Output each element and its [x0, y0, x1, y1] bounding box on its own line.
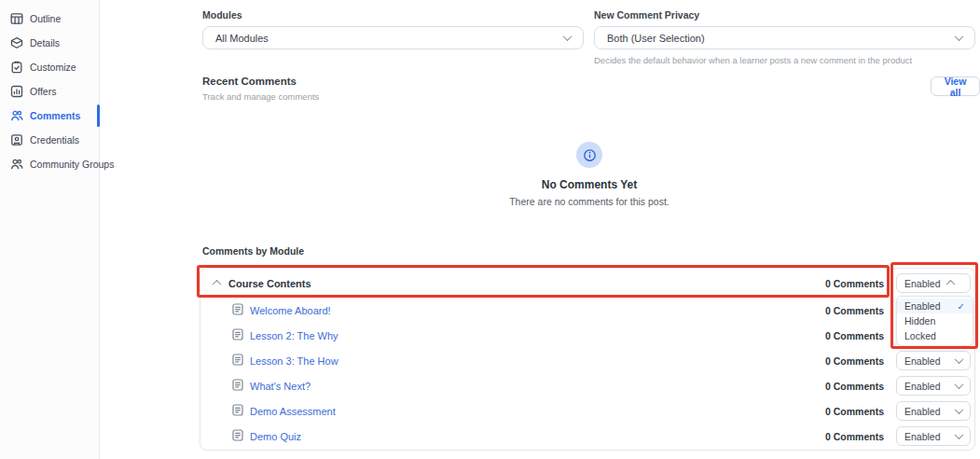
empty-state-subtitle: There are no comments for this post.: [202, 196, 976, 207]
lesson-status-select[interactable]: Enabled: [896, 376, 971, 396]
lesson-name: Welcome Aboard!: [250, 305, 331, 316]
privacy-label: New Comment Privacy: [594, 9, 975, 21]
document-icon: [232, 328, 243, 342]
comments-users-icon: [10, 109, 23, 122]
dropdown-option-label: Hidden: [904, 315, 935, 327]
lesson-name: Lesson 3: The How: [250, 355, 338, 367]
lesson-name: Demo Quiz: [250, 431, 301, 442]
lesson-link[interactable]: Lesson 3: The How: [232, 354, 338, 368]
dropdown-option-label: Locked: [904, 330, 936, 341]
lesson-row: Demo Assessment0 CommentsEnabled: [200, 398, 974, 424]
lesson-row: Demo Quiz0 CommentsEnabled: [200, 424, 974, 449]
modules-filter: Modules All Modules: [202, 9, 584, 49]
no-comments-empty-state: No Comments Yet There are no comments fo…: [202, 142, 976, 207]
lesson-name: Demo Assessment: [250, 406, 336, 417]
lesson-row: Welcome Aboard!0 CommentsEnabled: [200, 298, 974, 323]
lesson-status-select[interactable]: Enabled: [896, 401, 971, 421]
sidebar-item-label: Comments: [30, 110, 80, 121]
lesson-comment-count: 0 Comments: [825, 431, 884, 442]
sidebar-item-comments[interactable]: Comments: [0, 104, 99, 128]
community-users-icon: [10, 158, 23, 171]
lesson-status-select[interactable]: Enabled: [896, 426, 971, 446]
sidebar-item-customize[interactable]: Customize: [0, 55, 99, 79]
dropdown-option-locked[interactable]: Locked: [897, 328, 973, 343]
module-group-header-row[interactable]: Course Contents 0 Comments Enabled: [200, 269, 974, 298]
sidebar-item-credentials[interactable]: Credentials: [0, 128, 99, 152]
lesson-link[interactable]: Demo Assessment: [232, 404, 336, 418]
lesson-comment-count: 0 Comments: [825, 381, 884, 392]
empty-state-title: No Comments Yet: [202, 178, 976, 191]
collapse-chevron-up-icon[interactable]: [213, 280, 222, 289]
lesson-comment-count: 0 Comments: [825, 330, 884, 341]
lesson-link[interactable]: Lesson 2: The Why: [232, 328, 338, 342]
lesson-name: What's Next?: [250, 381, 311, 392]
modules-label: Modules: [202, 9, 584, 21]
module-group-name[interactable]: Course Contents: [228, 278, 311, 289]
chevron-down-icon: [955, 380, 964, 389]
recent-comments-title: Recent Comments: [202, 76, 319, 87]
view-all-button[interactable]: View all: [931, 76, 980, 96]
offers-chart-icon: [10, 85, 23, 98]
module-status-select-open[interactable]: Enabled: [896, 273, 971, 293]
document-icon: [232, 404, 243, 418]
sidebar-item-details[interactable]: Details: [0, 31, 99, 55]
sidebar-item-label: Outline: [30, 13, 61, 24]
sidebar-item-label: Offers: [30, 86, 56, 97]
details-box-icon: [10, 36, 23, 49]
module-comment-count: 0 Comments: [825, 278, 884, 289]
chevron-up-icon: [946, 280, 956, 289]
lesson-comment-count: 0 Comments: [825, 406, 884, 417]
lesson-link[interactable]: What's Next?: [232, 379, 311, 393]
privacy-select-value: Both (User Selection): [607, 33, 705, 44]
sidebar-item-label: Credentials: [30, 134, 79, 146]
comments-by-module-title: Comments by Module: [202, 245, 304, 257]
document-icon: [232, 429, 243, 443]
lesson-rows: Welcome Aboard!0 CommentsEnabledLesson 2…: [200, 298, 974, 449]
lesson-comment-count: 0 Comments: [825, 305, 884, 316]
sidebar-item-offers[interactable]: Offers: [0, 79, 99, 104]
document-icon: [232, 354, 243, 368]
lesson-link[interactable]: Demo Quiz: [232, 429, 301, 443]
document-icon: [232, 379, 243, 393]
modules-select[interactable]: All Modules: [202, 26, 584, 49]
sidebar-item-label: Details: [30, 37, 60, 49]
customize-clipboard-icon: [10, 61, 23, 74]
chevron-down-icon: [955, 405, 964, 414]
lesson-status-value: Enabled: [904, 406, 941, 417]
dropdown-option-hidden[interactable]: Hidden: [897, 313, 973, 328]
lesson-row: What's Next?0 CommentsEnabled: [200, 373, 974, 398]
document-icon: [232, 303, 243, 317]
dropdown-option-label: Enabled: [904, 300, 941, 312]
sidebar-item-label: Customize: [30, 62, 76, 73]
dropdown-option-enabled[interactable]: Enabled✓: [897, 299, 973, 313]
lesson-row: Lesson 3: The How0 CommentsEnabled: [200, 348, 974, 373]
lesson-status-value: Enabled: [904, 355, 941, 367]
privacy-select[interactable]: Both (User Selection): [594, 26, 975, 49]
recent-comments-subtitle: Track and manage comments: [202, 91, 319, 102]
lesson-link[interactable]: Welcome Aboard!: [232, 303, 331, 317]
info-icon: [576, 142, 602, 168]
status-dropdown-menu: Enabled✓HiddenLocked: [896, 296, 973, 346]
chevron-down-icon: [955, 355, 964, 364]
recent-comments-header: Recent Comments Track and manage comment…: [202, 76, 319, 102]
chevron-down-icon: [563, 32, 573, 41]
lesson-row: Lesson 2: The Why0 CommentsEnabled: [200, 323, 974, 348]
chevron-down-icon: [955, 430, 964, 439]
sidebar-item-outline[interactable]: Outline: [0, 7, 99, 31]
sidebar: OutlineDetailsCustomizeOffersCommentsCre…: [0, 0, 100, 459]
lesson-name: Lesson 2: The Why: [250, 330, 338, 341]
lesson-status-select[interactable]: Enabled: [896, 351, 971, 370]
module-status-value: Enabled: [904, 278, 941, 289]
module-group-card: Course Contents 0 Comments Enabled Welco…: [200, 268, 975, 451]
lesson-status-value: Enabled: [904, 381, 941, 392]
sidebar-item-label: Community Groups: [30, 159, 114, 170]
lesson-comment-count: 0 Comments: [825, 355, 884, 367]
outline-grid-icon: [10, 12, 23, 25]
lesson-status-value: Enabled: [904, 431, 941, 442]
privacy-help-text: Decides the default behavior when a lear…: [594, 55, 975, 65]
product-comments-page: OutlineDetailsCustomizeOffersCommentsCre…: [0, 0, 980, 459]
modules-select-value: All Modules: [215, 33, 269, 44]
check-icon: ✓: [958, 301, 965, 312]
chevron-down-icon: [955, 32, 964, 41]
sidebar-item-community-groups[interactable]: Community Groups: [0, 152, 99, 176]
